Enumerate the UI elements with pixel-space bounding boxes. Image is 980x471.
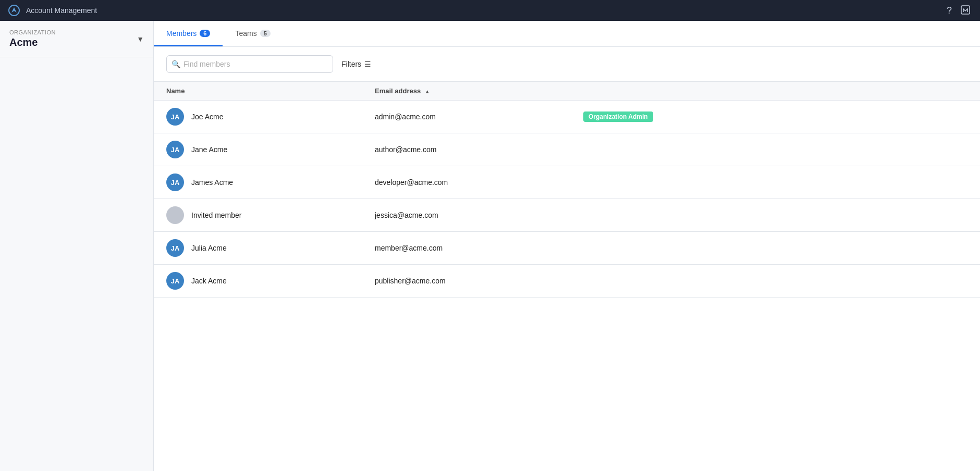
sidebar: Organization Acme ▼ — [0, 21, 154, 471]
layout: Organization Acme ▼ Members 6 Teams 5 🔍 — [0, 21, 980, 471]
member-name: Jane Acme — [191, 145, 227, 154]
search-icon: 🔍 — [172, 60, 180, 68]
table-header: Name Email address ▲ — [154, 82, 980, 101]
filters-button[interactable]: Filters ☰ — [339, 57, 373, 71]
member-name: Julia Acme — [191, 244, 227, 252]
org-label: Organization — [9, 29, 56, 35]
table-row[interactable]: JAJoe Acmeadmin@acme.comOrganization Adm… — [154, 101, 980, 133]
filter-icon: ☰ — [364, 60, 371, 68]
member-email: publisher@acme.com — [362, 265, 571, 298]
avatar: JA — [166, 108, 184, 126]
members-tbody: JAJoe Acmeadmin@acme.comOrganization Adm… — [154, 101, 980, 298]
table-row[interactable]: JAJane Acmeauthor@acme.com — [154, 133, 980, 166]
member-name-cell: JAJoe Acme — [154, 101, 362, 133]
tab-members-label: Members — [166, 29, 197, 38]
member-role — [571, 166, 980, 199]
chevron-down-icon: ▼ — [137, 35, 144, 43]
member-email: admin@acme.com — [362, 101, 571, 133]
org-selector[interactable]: Organization Acme ▼ — [0, 21, 153, 57]
avatar — [166, 206, 184, 224]
table-row[interactable]: Invited memberjessica@acme.com — [154, 199, 980, 232]
col-header-email[interactable]: Email address ▲ — [362, 82, 571, 101]
member-role: Organization Admin — [571, 101, 980, 133]
sort-icon: ▲ — [425, 89, 430, 94]
member-email: member@acme.com — [362, 232, 571, 265]
members-badge: 6 — [200, 30, 210, 37]
user-icon — [960, 7, 971, 17]
tabs-bar: Members 6 Teams 5 — [154, 21, 980, 47]
tab-teams-label: Teams — [235, 29, 256, 38]
col-header-role — [571, 82, 980, 101]
app-title: Account Management — [26, 6, 97, 15]
teams-badge: 5 — [260, 30, 271, 37]
member-name: Invited member — [191, 211, 241, 219]
table-row[interactable]: JAJames Acmedeveloper@acme.com — [154, 166, 980, 199]
member-name: Jack Acme — [191, 277, 227, 285]
member-role — [571, 133, 980, 166]
org-name: Acme — [9, 36, 56, 48]
search-input[interactable] — [166, 55, 333, 73]
avatar: JA — [166, 173, 184, 191]
member-name-cell: JAJames Acme — [154, 166, 362, 199]
member-role — [571, 265, 980, 298]
user-menu-button[interactable] — [959, 4, 972, 18]
avatar: JA — [166, 239, 184, 257]
member-name-cell: Invited member — [154, 199, 362, 232]
col-header-name: Name — [154, 82, 362, 101]
svg-rect-1 — [961, 6, 970, 14]
avatar: JA — [166, 141, 184, 158]
org-info: Organization Acme — [9, 29, 56, 48]
member-role — [571, 232, 980, 265]
role-badge: Organization Admin — [583, 111, 653, 122]
avatar: JA — [166, 272, 184, 290]
tab-teams[interactable]: Teams 5 — [223, 21, 283, 46]
app-logo-icon — [8, 5, 20, 16]
table-row[interactable]: JAJack Acmepublisher@acme.com — [154, 265, 980, 298]
member-role — [571, 199, 980, 232]
member-name-cell: JAJack Acme — [154, 265, 362, 298]
member-name-cell: JAJane Acme — [154, 133, 362, 166]
member-email: jessica@acme.com — [362, 199, 571, 232]
member-name-cell: JAJulia Acme — [154, 232, 362, 265]
member-name: James Acme — [191, 178, 233, 187]
help-icon: ? — [947, 5, 952, 16]
filters-label: Filters — [341, 60, 361, 68]
top-nav: Account Management ? — [0, 0, 980, 21]
nav-left: Account Management — [8, 5, 97, 16]
help-button[interactable]: ? — [946, 5, 953, 16]
main-content: Members 6 Teams 5 🔍 Filters ☰ — [154, 21, 980, 471]
member-email: developer@acme.com — [362, 166, 571, 199]
table-row[interactable]: JAJulia Acmemember@acme.com — [154, 232, 980, 265]
member-email: author@acme.com — [362, 133, 571, 166]
search-wrap: 🔍 — [166, 55, 333, 73]
filter-bar: 🔍 Filters ☰ — [154, 47, 980, 82]
members-table: Name Email address ▲ JAJoe Acmeadmin@acm… — [154, 82, 980, 298]
tab-members[interactable]: Members 6 — [154, 21, 223, 46]
nav-right: ? — [946, 4, 972, 18]
member-name: Joe Acme — [191, 113, 223, 121]
